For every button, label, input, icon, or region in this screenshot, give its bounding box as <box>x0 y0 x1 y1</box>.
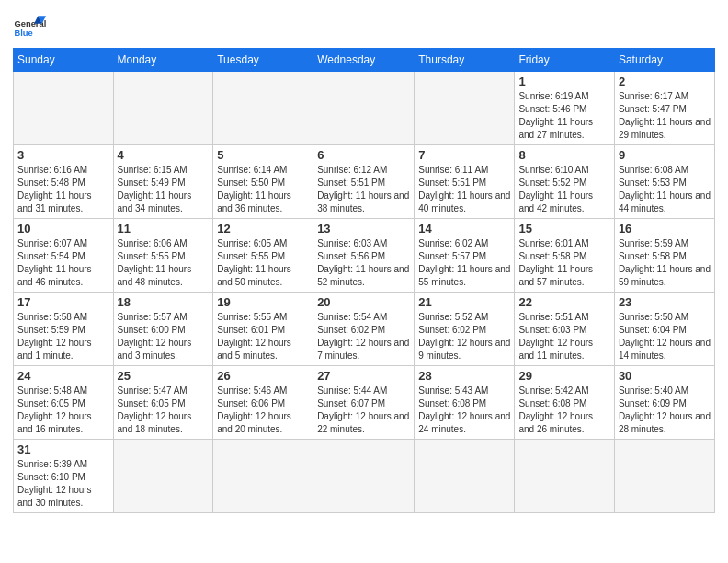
day-number: 10 <box>17 222 109 236</box>
day-info: Sunrise: 5:52 AM Sunset: 6:02 PM Dayligh… <box>418 311 510 362</box>
day-info: Sunrise: 6:15 AM Sunset: 5:49 PM Dayligh… <box>118 164 210 215</box>
day-info: Sunrise: 5:57 AM Sunset: 6:00 PM Dayligh… <box>118 311 210 362</box>
calendar-cell: 26Sunrise: 5:46 AM Sunset: 6:06 PM Dayli… <box>213 366 313 440</box>
calendar-cell <box>213 72 313 145</box>
day-number: 14 <box>418 222 510 236</box>
weekday-header-row: SundayMondayTuesdayWednesdayThursdayFrid… <box>14 49 715 72</box>
calendar-cell: 16Sunrise: 5:59 AM Sunset: 5:58 PM Dayli… <box>614 219 714 293</box>
calendar-cell: 9Sunrise: 6:08 AM Sunset: 5:53 PM Daylig… <box>614 145 714 219</box>
calendar-cell <box>14 72 114 145</box>
calendar-cell <box>614 440 714 513</box>
day-info: Sunrise: 5:58 AM Sunset: 5:59 PM Dayligh… <box>17 311 109 362</box>
day-info: Sunrise: 6:11 AM Sunset: 5:51 PM Dayligh… <box>418 164 510 215</box>
page: General Blue SundayMondayTuesdayWednesda… <box>0 0 728 563</box>
calendar-cell <box>113 440 213 513</box>
day-number: 24 <box>17 369 109 383</box>
calendar-cell: 28Sunrise: 5:43 AM Sunset: 6:08 PM Dayli… <box>415 366 515 440</box>
day-info: Sunrise: 6:19 AM Sunset: 5:46 PM Dayligh… <box>518 90 609 142</box>
calendar-cell <box>313 440 415 513</box>
day-info: Sunrise: 6:03 AM Sunset: 5:56 PM Dayligh… <box>317 237 410 289</box>
day-info: Sunrise: 5:42 AM Sunset: 6:08 PM Dayligh… <box>518 385 609 436</box>
day-info: Sunrise: 5:48 AM Sunset: 6:05 PM Dayligh… <box>17 385 109 436</box>
weekday-header-thursday: Thursday <box>415 49 515 72</box>
day-number: 1 <box>518 75 609 88</box>
day-number: 7 <box>418 148 510 162</box>
day-number: 6 <box>317 148 410 162</box>
calendar-week-5: 31Sunrise: 5:39 AM Sunset: 6:10 PM Dayli… <box>14 440 715 513</box>
calendar-cell <box>415 72 515 145</box>
day-info: Sunrise: 5:59 AM Sunset: 5:58 PM Dayligh… <box>619 237 711 289</box>
day-number: 19 <box>217 295 309 309</box>
calendar-cell: 5Sunrise: 6:14 AM Sunset: 5:50 PM Daylig… <box>213 145 313 219</box>
calendar-cell: 18Sunrise: 5:57 AM Sunset: 6:00 PM Dayli… <box>113 293 213 366</box>
calendar-cell: 29Sunrise: 5:42 AM Sunset: 6:08 PM Dayli… <box>515 366 614 440</box>
day-number: 20 <box>317 295 410 309</box>
day-number: 29 <box>518 369 609 383</box>
day-info: Sunrise: 5:39 AM Sunset: 6:10 PM Dayligh… <box>17 458 109 510</box>
day-number: 18 <box>118 295 210 309</box>
day-number: 13 <box>317 222 410 236</box>
day-number: 28 <box>418 369 510 383</box>
day-number: 17 <box>17 295 109 309</box>
calendar-cell <box>313 72 415 145</box>
calendar-cell: 19Sunrise: 5:55 AM Sunset: 6:01 PM Dayli… <box>213 293 313 366</box>
calendar-cell: 22Sunrise: 5:51 AM Sunset: 6:03 PM Dayli… <box>515 293 614 366</box>
day-info: Sunrise: 5:55 AM Sunset: 6:01 PM Dayligh… <box>217 311 309 362</box>
calendar-cell: 11Sunrise: 6:06 AM Sunset: 5:55 PM Dayli… <box>113 219 213 293</box>
calendar-cell: 14Sunrise: 6:02 AM Sunset: 5:57 PM Dayli… <box>415 219 515 293</box>
calendar-cell: 1Sunrise: 6:19 AM Sunset: 5:46 PM Daylig… <box>515 72 614 145</box>
day-number: 23 <box>619 295 711 309</box>
calendar-cell: 2Sunrise: 6:17 AM Sunset: 5:47 PM Daylig… <box>614 72 714 145</box>
calendar-cell: 27Sunrise: 5:44 AM Sunset: 6:07 PM Dayli… <box>313 366 415 440</box>
day-number: 25 <box>118 369 210 383</box>
calendar-cell: 23Sunrise: 5:50 AM Sunset: 6:04 PM Dayli… <box>614 293 714 366</box>
day-info: Sunrise: 6:06 AM Sunset: 5:55 PM Dayligh… <box>118 237 210 289</box>
day-number: 27 <box>317 369 410 383</box>
day-number: 16 <box>619 222 711 236</box>
day-info: Sunrise: 6:07 AM Sunset: 5:54 PM Dayligh… <box>17 237 109 289</box>
calendar-cell: 25Sunrise: 5:47 AM Sunset: 6:05 PM Dayli… <box>113 366 213 440</box>
day-number: 21 <box>418 295 510 309</box>
day-info: Sunrise: 5:43 AM Sunset: 6:08 PM Dayligh… <box>418 385 510 436</box>
day-info: Sunrise: 5:50 AM Sunset: 6:04 PM Dayligh… <box>619 311 711 362</box>
calendar-cell: 7Sunrise: 6:11 AM Sunset: 5:51 PM Daylig… <box>415 145 515 219</box>
day-number: 2 <box>619 75 711 88</box>
weekday-header-saturday: Saturday <box>614 49 714 72</box>
day-info: Sunrise: 6:10 AM Sunset: 5:52 PM Dayligh… <box>518 164 609 215</box>
logo-icon: General Blue <box>13 9 46 42</box>
day-info: Sunrise: 6:05 AM Sunset: 5:55 PM Dayligh… <box>217 237 309 289</box>
weekday-header-friday: Friday <box>515 49 614 72</box>
calendar-cell: 30Sunrise: 5:40 AM Sunset: 6:09 PM Dayli… <box>614 366 714 440</box>
day-number: 15 <box>518 222 609 236</box>
day-number: 31 <box>17 442 109 456</box>
day-info: Sunrise: 5:44 AM Sunset: 6:07 PM Dayligh… <box>317 385 410 436</box>
calendar-cell: 13Sunrise: 6:03 AM Sunset: 5:56 PM Dayli… <box>313 219 415 293</box>
weekday-header-monday: Monday <box>113 49 213 72</box>
calendar-cell: 15Sunrise: 6:01 AM Sunset: 5:58 PM Dayli… <box>515 219 614 293</box>
day-info: Sunrise: 5:46 AM Sunset: 6:06 PM Dayligh… <box>217 385 309 436</box>
day-number: 11 <box>118 222 210 236</box>
calendar-week-2: 10Sunrise: 6:07 AM Sunset: 5:54 PM Dayli… <box>14 219 715 293</box>
calendar-cell <box>113 72 213 145</box>
day-info: Sunrise: 6:02 AM Sunset: 5:57 PM Dayligh… <box>418 237 510 289</box>
weekday-header-wednesday: Wednesday <box>313 49 415 72</box>
day-info: Sunrise: 6:14 AM Sunset: 5:50 PM Dayligh… <box>217 164 309 215</box>
day-info: Sunrise: 5:54 AM Sunset: 6:02 PM Dayligh… <box>317 311 410 362</box>
calendar-cell: 6Sunrise: 6:12 AM Sunset: 5:51 PM Daylig… <box>313 145 415 219</box>
day-info: Sunrise: 5:40 AM Sunset: 6:09 PM Dayligh… <box>619 385 711 436</box>
calendar-cell: 31Sunrise: 5:39 AM Sunset: 6:10 PM Dayli… <box>14 440 114 513</box>
header: General Blue <box>13 9 715 42</box>
weekday-header-sunday: Sunday <box>14 49 114 72</box>
calendar-cell <box>415 440 515 513</box>
calendar-week-1: 3Sunrise: 6:16 AM Sunset: 5:48 PM Daylig… <box>14 145 715 219</box>
calendar-week-3: 17Sunrise: 5:58 AM Sunset: 5:59 PM Dayli… <box>14 293 715 366</box>
calendar-cell: 4Sunrise: 6:15 AM Sunset: 5:49 PM Daylig… <box>113 145 213 219</box>
day-number: 9 <box>619 148 711 162</box>
day-number: 3 <box>17 148 109 162</box>
calendar-cell: 21Sunrise: 5:52 AM Sunset: 6:02 PM Dayli… <box>415 293 515 366</box>
day-number: 5 <box>217 148 309 162</box>
day-number: 12 <box>217 222 309 236</box>
day-number: 30 <box>619 369 711 383</box>
calendar-cell <box>213 440 313 513</box>
calendar-cell: 20Sunrise: 5:54 AM Sunset: 6:02 PM Dayli… <box>313 293 415 366</box>
